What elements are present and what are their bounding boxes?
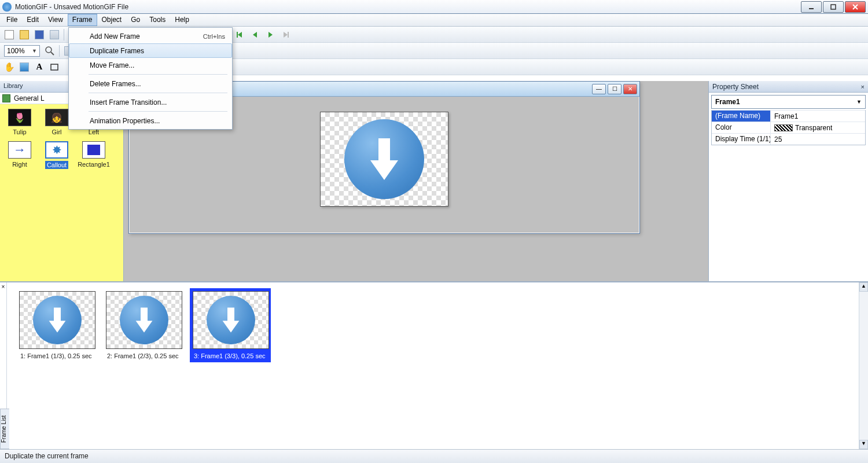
menu-go[interactable]: Go bbox=[126, 14, 145, 26]
property-key: Color bbox=[712, 122, 771, 133]
maximize-button[interactable] bbox=[823, 1, 844, 13]
frame-caption: 3: Frame1 (3/3), 0.25 sec bbox=[193, 352, 268, 359]
zoom-tool-icon[interactable] bbox=[42, 44, 57, 58]
library-thumb bbox=[82, 141, 105, 159]
svg-rect-13 bbox=[288, 32, 289, 38]
doc-close-button[interactable]: ✕ bbox=[623, 84, 637, 94]
frame-thumbnail[interactable]: 2: Frame1 (2/3), 0.25 sec bbox=[103, 288, 184, 362]
text-tool-icon[interactable]: A bbox=[32, 60, 47, 74]
next-frame-icon[interactable] bbox=[263, 28, 278, 42]
svg-marker-11 bbox=[269, 32, 273, 38]
svg-point-14 bbox=[46, 47, 52, 53]
canvas[interactable] bbox=[320, 112, 448, 207]
library-category-icon[interactable] bbox=[2, 94, 10, 102]
frame-thumb-image bbox=[19, 291, 95, 349]
frame-thumbnail[interactable]: 3: Frame1 (3/3), 0.25 sec bbox=[190, 288, 271, 362]
menu-view[interactable]: View bbox=[43, 14, 68, 26]
library-body: 🌷Tulip👧Girl←Left→Right✸CalloutRectangle1 bbox=[0, 104, 123, 281]
property-value[interactable]: 25 bbox=[771, 134, 865, 145]
menu-frame[interactable]: Frame bbox=[68, 14, 97, 26]
library-item-right[interactable]: →Right bbox=[5, 141, 35, 169]
property-sheet-panel: Property Sheet × Frame1 ▼ (Frame Name)Fr… bbox=[708, 81, 868, 281]
svg-rect-16 bbox=[51, 64, 58, 70]
chevron-down-icon: ▼ bbox=[856, 99, 862, 105]
title-bar: MotionGIF - Unsaved MotionGIF File bbox=[0, 0, 868, 14]
menu-item-duplicate-frames[interactable]: Duplicate Frames bbox=[69, 43, 232, 58]
property-row[interactable]: ColorTransparent bbox=[712, 122, 865, 133]
prev-frame-icon[interactable] bbox=[248, 28, 263, 42]
menu-edit[interactable]: Edit bbox=[22, 14, 43, 26]
menu-item-delete-frames[interactable]: Delete Frames... bbox=[69, 76, 232, 91]
menu-item-insert-frame-transition[interactable]: Insert Frame Transition... bbox=[69, 95, 232, 109]
library-category-label[interactable]: General L bbox=[14, 94, 45, 102]
menu-item-label: Insert Frame Transition... bbox=[90, 98, 225, 106]
property-key: Display Time (1/1) bbox=[712, 134, 771, 145]
svg-marker-12 bbox=[284, 32, 288, 38]
library-item-label: Callout bbox=[45, 161, 68, 169]
doc-maximize-button[interactable]: ☐ bbox=[608, 84, 621, 94]
scroll-up-icon[interactable]: ▲ bbox=[859, 282, 868, 292]
frame-caption: 2: Frame1 (2/3), 0.25 sec bbox=[106, 352, 181, 359]
frame-thumbnail[interactable]: 1: Frame1 (1/3), 0.25 sec bbox=[16, 288, 97, 362]
property-sheet-close-icon[interactable]: × bbox=[861, 83, 865, 90]
property-value[interactable]: Transparent bbox=[771, 122, 865, 133]
frame-caption: 1: Frame1 (1/3), 0.25 sec bbox=[19, 352, 94, 359]
property-row[interactable]: (Frame Name)Frame1 bbox=[712, 110, 865, 122]
library-item-rectangle1[interactable]: Rectangle1 bbox=[79, 141, 109, 169]
picture-tool-icon[interactable] bbox=[17, 60, 32, 74]
menu-separator bbox=[89, 74, 227, 75]
svg-rect-1 bbox=[831, 5, 836, 9]
library-item-tulip[interactable]: 🌷Tulip bbox=[5, 109, 35, 135]
library-item-girl[interactable]: 👧Girl bbox=[42, 109, 72, 135]
menu-file[interactable]: File bbox=[2, 14, 22, 26]
menu-item-label: Duplicate Frames bbox=[90, 47, 225, 55]
library-item-label: Tulip bbox=[13, 128, 26, 135]
last-frame-icon[interactable] bbox=[278, 28, 293, 42]
rect-tool-icon[interactable] bbox=[47, 60, 62, 74]
window-title: MotionGIF - Unsaved MotionGIF File bbox=[15, 3, 128, 11]
minimize-button[interactable] bbox=[801, 1, 822, 13]
hand-tool-icon[interactable]: ✋ bbox=[2, 60, 17, 74]
menu-tools[interactable]: Tools bbox=[145, 14, 170, 26]
menu-item-move-frame[interactable]: Move Frame... bbox=[69, 58, 232, 72]
menu-item-label: Animation Properties... bbox=[90, 117, 225, 125]
library-thumb: ✸ bbox=[45, 141, 68, 159]
frame-thumb-image bbox=[106, 291, 182, 349]
new-file-icon[interactable] bbox=[2, 28, 17, 42]
property-row[interactable]: Display Time (1/1)25 bbox=[712, 133, 865, 145]
menu-help[interactable]: Help bbox=[170, 14, 194, 26]
menu-item-add-new-frame[interactable]: Add New FrameCtrl+Ins bbox=[69, 29, 232, 43]
menu-item-label: Add New Frame bbox=[90, 32, 203, 41]
property-subject-select[interactable]: Frame1 ▼ bbox=[711, 95, 866, 109]
property-grid: (Frame Name)Frame1ColorTransparentDispla… bbox=[711, 110, 866, 145]
zoom-select[interactable]: 100% ▼ bbox=[4, 45, 40, 57]
library-thumb: 👧 bbox=[45, 109, 68, 126]
doc-minimize-button[interactable]: — bbox=[592, 84, 606, 94]
close-button[interactable] bbox=[845, 1, 866, 13]
save-as-icon[interactable] bbox=[47, 28, 62, 42]
frame-list-panel: × 1: Frame1 (1/3), 0.25 sec2: Frame1 (2/… bbox=[0, 281, 868, 449]
property-sheet-title: Property Sheet bbox=[712, 83, 759, 91]
menu-separator bbox=[89, 93, 227, 93]
menu-item-animation-properties[interactable]: Animation Properties... bbox=[69, 113, 232, 128]
menu-item-shortcut: Ctrl+Ins bbox=[203, 33, 225, 40]
status-bar: Duplicate the current frame bbox=[0, 449, 868, 463]
save-icon[interactable] bbox=[32, 28, 47, 42]
scroll-down-icon[interactable]: ▼ bbox=[859, 440, 868, 449]
property-value[interactable]: Frame1 bbox=[771, 111, 865, 122]
open-file-icon[interactable] bbox=[17, 28, 32, 42]
frame-list-scrollbar[interactable]: ▲ ▼ bbox=[859, 282, 868, 449]
down-arrow-graphic bbox=[344, 119, 424, 199]
first-frame-icon[interactable] bbox=[233, 28, 248, 42]
library-thumb: → bbox=[8, 141, 31, 159]
library-item-callout[interactable]: ✸Callout bbox=[42, 141, 72, 169]
frame-list-body: 1: Frame1 (1/3), 0.25 sec2: Frame1 (2/3)… bbox=[7, 282, 859, 449]
menu-item-label: Move Frame... bbox=[90, 61, 225, 69]
library-item-label: Girl bbox=[52, 128, 61, 135]
transparent-swatch-icon bbox=[774, 124, 793, 131]
svg-marker-8 bbox=[238, 32, 242, 38]
svg-line-15 bbox=[51, 52, 54, 55]
menu-object[interactable]: Object bbox=[97, 14, 127, 26]
frame-list-tab[interactable]: Frame List bbox=[0, 409, 9, 449]
library-item-label: Rectangle1 bbox=[78, 161, 110, 168]
